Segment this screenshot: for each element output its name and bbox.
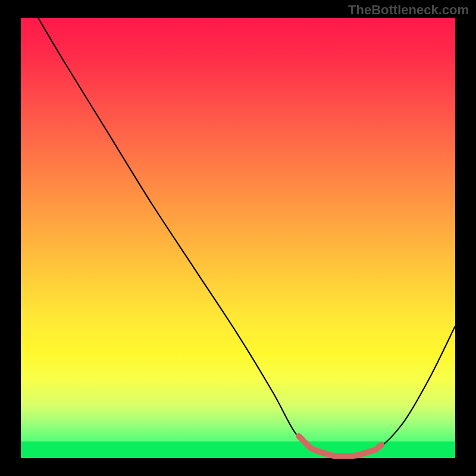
curve-svg: [21, 18, 455, 458]
plot-area: [21, 18, 455, 458]
optimal-range-marker: [299, 436, 381, 456]
watermark-text: TheBottleneck.com: [348, 2, 469, 18]
bottleneck-curve-line: [38, 18, 455, 457]
chart-container: TheBottleneck.com: [0, 0, 476, 476]
